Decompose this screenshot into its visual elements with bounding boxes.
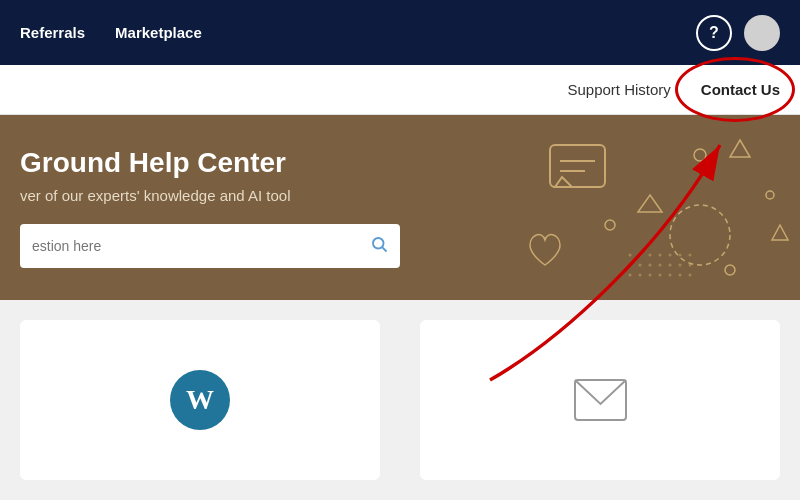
svg-point-25 [669,264,672,267]
svg-point-0 [373,238,384,249]
svg-point-10 [605,220,615,230]
svg-point-26 [679,264,682,267]
svg-point-16 [649,254,652,257]
search-input[interactable] [32,238,370,254]
hero-subtitle: ver of our experts' knowledge and AI too… [20,187,400,204]
svg-point-19 [679,254,682,257]
svg-point-30 [649,274,652,277]
svg-point-29 [639,274,642,277]
contact-us-link[interactable]: Contact Us [701,81,780,98]
hero-banner: Ground Help Center ver of our experts' k… [0,115,800,300]
card-email[interactable] [420,320,780,480]
email-icon [573,378,628,423]
support-history-link[interactable]: Support History [567,81,670,98]
svg-marker-9 [638,195,662,212]
search-bar [20,224,400,268]
svg-point-18 [669,254,672,257]
top-nav: Referrals Marketplace ? [0,0,800,65]
svg-point-15 [639,254,642,257]
card-wordpress[interactable]: W [20,320,380,480]
svg-point-6 [694,149,706,161]
svg-point-17 [659,254,662,257]
svg-point-20 [689,254,692,257]
nav-marketplace[interactable]: Marketplace [115,24,202,41]
svg-point-28 [629,274,632,277]
nav-left: Referrals Marketplace [20,24,202,41]
svg-point-8 [766,191,774,199]
svg-point-33 [679,274,682,277]
svg-point-24 [659,264,662,267]
svg-point-14 [629,254,632,257]
nav-right: ? [696,15,780,51]
svg-marker-7 [730,140,750,157]
avatar[interactable] [744,15,780,51]
svg-point-12 [725,265,735,275]
search-button[interactable] [370,235,388,258]
svg-marker-13 [772,225,788,240]
hero-decoration [380,115,800,300]
svg-point-22 [639,264,642,267]
svg-point-31 [659,274,662,277]
cards-area: W [0,300,800,500]
svg-point-32 [669,274,672,277]
svg-line-1 [382,247,386,251]
hero-content: Ground Help Center ver of our experts' k… [20,147,400,268]
wordpress-icon: W [170,370,230,430]
sub-nav: Support History Contact Us [0,65,800,115]
svg-point-21 [629,264,632,267]
help-button[interactable]: ? [696,15,732,51]
hero-title: Ground Help Center [20,147,400,179]
nav-referrals[interactable]: Referrals [20,24,85,41]
svg-point-27 [689,264,692,267]
svg-marker-5 [555,177,572,187]
svg-point-34 [689,274,692,277]
svg-point-23 [649,264,652,267]
